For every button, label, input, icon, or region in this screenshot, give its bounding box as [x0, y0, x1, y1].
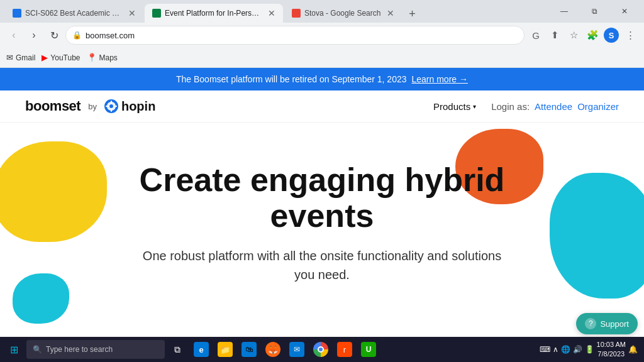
products-chevron-icon: ▾ [473, 103, 476, 110]
explorer-icon: 📁 [218, 342, 233, 357]
tab-1-title: SCI-S062 Best Academic Event a... [25, 9, 122, 18]
title-bar: SCI-S062 Best Academic Event a... ✕ Even… [0, 0, 644, 23]
chrome-taskbar-icon[interactable] [309, 337, 332, 362]
tab-2[interactable]: Event Platform for In-Person and... ✕ [145, 4, 283, 23]
bookmark-youtube-label: YouTube [50, 53, 80, 62]
tab-1-favicon [13, 9, 21, 18]
gmail-icon: ✉ [6, 53, 13, 62]
chrome-icon [313, 342, 328, 357]
refresh-button[interactable]: ↻ [45, 26, 63, 44]
reddit-icon: r [337, 342, 352, 357]
nav-right: Products ▾ Login as: Attendee Organizer [433, 101, 619, 112]
window-controls: — ⧉ ✕ [550, 3, 639, 20]
tab-1[interactable]: SCI-S062 Best Academic Event a... ✕ [5, 4, 143, 23]
taskbar-search[interactable]: 🔍 Type here to search [26, 340, 165, 359]
svg-point-1 [109, 104, 114, 109]
blob-cyan-left [13, 273, 69, 324]
bookmark-maps[interactable]: 📍 Maps [87, 53, 118, 62]
menu-icon[interactable]: ⋮ [621, 26, 639, 44]
taskbar: ⊞ 🔍 Type here to search ⧉ e 📁 🛍 🦊 ✉ r U … [0, 337, 644, 362]
edge-taskbar-icon[interactable]: e [190, 337, 213, 362]
hero-section: Create engaging hybrid events One robust… [0, 123, 644, 324]
close-button[interactable]: ✕ [610, 3, 639, 20]
network-icon[interactable]: 🌐 [561, 345, 570, 354]
login-section: Login as: Attendee Organizer [491, 101, 619, 112]
tab-1-close[interactable]: ✕ [128, 8, 136, 18]
keyboard-icon[interactable]: ⌨ [540, 345, 550, 354]
lock-icon: 🔒 [72, 31, 82, 40]
bookmark-maps-label: Maps [99, 53, 118, 62]
new-tab-button[interactable]: + [403, 5, 421, 23]
clock-time: 10:03 AM [597, 340, 626, 349]
hero-subtitle: One robust platform with all the onsite … [140, 246, 504, 284]
explorer-taskbar-icon[interactable]: 📁 [214, 337, 236, 362]
system-clock[interactable]: 10:03 AM 7/8/2023 [597, 340, 626, 359]
tab-2-title: Event Platform for In-Person and... [165, 9, 262, 18]
hero-title: Create engaging hybrid events [102, 162, 542, 234]
firefox-taskbar-icon[interactable]: 🦊 [262, 337, 284, 362]
browser-chrome: SCI-S062 Best Academic Event a... ✕ Even… [0, 0, 644, 68]
volume-icon[interactable]: 🔊 [573, 345, 582, 354]
address-bar[interactable]: 🔒 boomset.com [65, 26, 525, 45]
reddit-taskbar-icon[interactable]: r [333, 337, 356, 362]
task-view-icon: ⧉ [174, 344, 180, 355]
bookmark-star-icon[interactable]: ☆ [565, 26, 582, 44]
svg-rect-2 [111, 101, 112, 102]
store-taskbar-icon[interactable]: 🛍 [238, 337, 260, 362]
upwork-icon: U [361, 342, 376, 357]
products-label: Products [433, 101, 470, 112]
svg-rect-4 [106, 106, 108, 107]
edge-icon: e [194, 342, 209, 357]
share-icon[interactable]: ⬆ [546, 26, 564, 44]
svg-rect-3 [111, 110, 112, 112]
tab-3-close[interactable]: ✕ [387, 8, 394, 18]
bookmark-youtube[interactable]: ▶ YouTube [42, 53, 80, 62]
firefox-icon: 🦊 [265, 342, 280, 357]
organizer-login-link[interactable]: Organizer [577, 101, 619, 112]
tab-strip: SCI-S062 Best Academic Event a... ✕ Even… [5, 0, 547, 23]
back-button[interactable]: ‹ [5, 26, 23, 44]
upwork-taskbar-icon[interactable]: U [357, 337, 380, 362]
svg-rect-5 [115, 106, 117, 107]
products-menu-button[interactable]: Products ▾ [433, 101, 476, 112]
browser-toolbar: ‹ › ↻ 🔒 boomset.com G ⬆ ☆ 🧩 S ⋮ [0, 23, 644, 48]
announcement-banner: The Boomset platform will be retired on … [0, 68, 644, 90]
maximize-button[interactable]: ⧉ [580, 3, 609, 20]
chevron-up-tray-icon[interactable]: ∧ [553, 345, 558, 354]
start-button[interactable]: ⊞ [3, 337, 25, 362]
announcement-link[interactable]: Learn more → [412, 74, 468, 84]
store-icon: 🛍 [242, 342, 257, 357]
login-as-label: Login as: [491, 101, 530, 112]
support-button[interactable]: ? Support [576, 313, 638, 334]
mail-taskbar-icon[interactable]: ✉ [286, 337, 308, 362]
taskbar-search-text: Type here to search [46, 345, 113, 354]
bookmark-gmail-label: Gmail [16, 53, 35, 62]
support-icon: ? [585, 318, 596, 329]
tab-3[interactable]: Stova - Google Search ✕ [284, 4, 402, 23]
extensions-icon[interactable]: 🧩 [584, 26, 601, 44]
browser-profile-icon[interactable]: S [602, 26, 620, 44]
google-signin-icon[interactable]: G [527, 26, 545, 44]
bookmark-gmail[interactable]: ✉ Gmail [6, 53, 35, 62]
boomset-logo-text: boomset [25, 98, 80, 114]
task-view-button[interactable]: ⧉ [166, 337, 189, 362]
profile-avatar[interactable]: S [604, 28, 619, 43]
hopin-gear-icon [104, 99, 118, 113]
tab-2-close[interactable]: ✕ [268, 8, 275, 18]
announcement-text: The Boomset platform will be retired on … [176, 74, 407, 84]
maps-icon: 📍 [87, 53, 97, 62]
toolbar-actions: G ⬆ ☆ 🧩 S ⋮ [527, 26, 639, 44]
battery-icon[interactable]: 🔋 [585, 345, 594, 354]
forward-button[interactable]: › [25, 26, 43, 44]
tab-3-favicon [292, 9, 301, 18]
logo-area: boomset by hopin [25, 98, 155, 114]
blob-yellow [0, 141, 107, 242]
windows-icon: ⊞ [10, 344, 18, 356]
notification-icon[interactable]: 🔔 [628, 345, 638, 354]
youtube-icon: ▶ [42, 53, 48, 62]
page-content: The Boomset platform will be retired on … [0, 68, 644, 324]
support-label: Support [600, 319, 629, 329]
attendee-login-link[interactable]: Attendee [535, 101, 572, 112]
minimize-button[interactable]: — [550, 3, 579, 20]
tab-3-title: Stova - Google Search [304, 9, 380, 18]
